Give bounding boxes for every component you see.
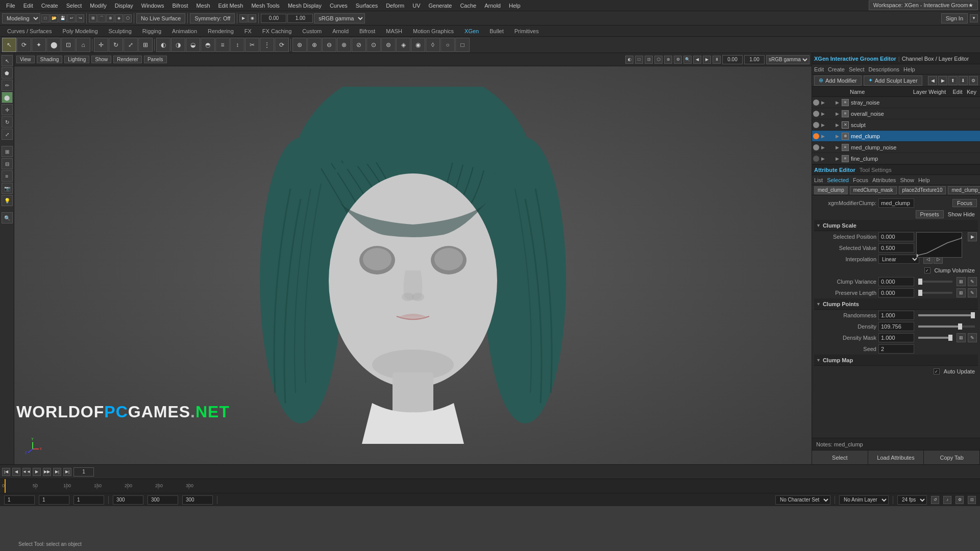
xgen-brush1[interactable]: ⊛	[292, 38, 307, 52]
sign-in-button[interactable]: Sign In	[941, 13, 968, 23]
tab-poly-modeling[interactable]: Poly Modeling	[57, 27, 103, 35]
xgen-brush4[interactable]: ⊗	[337, 38, 351, 52]
select-button[interactable]: Select	[812, 450, 868, 464]
xgen-brush7[interactable]: ⊚	[381, 38, 396, 52]
sculpt-smooth-icon[interactable]: ◒	[186, 38, 200, 52]
menu-generate[interactable]: Generate	[425, 2, 456, 10]
timeline-play-back-icon[interactable]: ◄◄	[22, 468, 31, 476]
menu-curves[interactable]: Curves	[326, 2, 352, 10]
clump-volumize-checkbox[interactable]: ✓	[924, 267, 930, 273]
sidebar-scale-icon[interactable]: ⤢	[2, 129, 13, 140]
density-mask-icon1[interactable]: ⊞	[957, 333, 966, 342]
mode-select[interactable]: Modeling	[2, 13, 40, 23]
seed-field[interactable]	[878, 344, 914, 354]
vp-toolbar-icon8[interactable]: ◀	[693, 56, 701, 64]
menu-modify[interactable]: Modify	[86, 2, 110, 10]
sculpt-twist-icon[interactable]: ⟳	[275, 38, 289, 52]
vp-toolbar-icon9[interactable]: ▶	[703, 56, 711, 64]
clump-variance-icon1[interactable]: ⊞	[957, 277, 966, 286]
sidebar-camera-icon[interactable]: 📷	[2, 183, 13, 194]
menu-file[interactable]: File	[2, 2, 19, 10]
fps-select[interactable]: 24 fps	[897, 495, 927, 505]
move-icon[interactable]: ✛	[94, 38, 108, 52]
sidebar-select-icon[interactable]: ↖	[2, 55, 13, 66]
list-item[interactable]: ▶ ▶ ⊕ med_clump	[812, 131, 980, 142]
xgen-brush3[interactable]: ⊖	[322, 38, 336, 52]
sculpt-relax-icon[interactable]: ◓	[201, 38, 215, 52]
xgen-icon5[interactable]: ⌂	[76, 38, 90, 52]
status-range3[interactable]	[182, 495, 213, 505]
tab-curves-surfaces[interactable]: Curves / Surfaces	[2, 27, 57, 35]
tab-fx[interactable]: FX	[239, 27, 257, 35]
timeline-ruler[interactable]: 0 50 100 150 200 250 300	[0, 479, 980, 493]
xgen-brush2[interactable]: ⊕	[307, 38, 322, 52]
gamma-select[interactable]: sRGB gamma	[314, 13, 365, 23]
timeline-end-icon[interactable]: ▶|	[63, 468, 71, 476]
xgen-icon3[interactable]: ⬤	[46, 38, 61, 52]
vp-toolbar-icon1[interactable]: ◐	[625, 56, 633, 64]
attr-nav-list[interactable]: List	[814, 177, 823, 183]
vp-renderer-btn[interactable]: Renderer	[113, 56, 142, 63]
vp-gamma[interactable]: sRGB gamma	[766, 55, 810, 64]
vp-shading-btn[interactable]: Shading	[37, 56, 63, 63]
xgen-brush10[interactable]: ◊	[426, 38, 440, 52]
list-item[interactable]: ▶ ▶ ≡ overall_noise	[812, 108, 980, 119]
sidebar-lasso-icon[interactable]: ⬟	[2, 67, 13, 79]
xgen-icon4[interactable]: ⊡	[61, 38, 76, 52]
tab-rendering[interactable]: Rendering	[203, 27, 239, 35]
sculpt-comb-icon[interactable]: ≡	[215, 38, 230, 52]
timeline-start-icon[interactable]: |◀	[2, 468, 10, 476]
timeline-next-icon[interactable]: ▶|	[53, 468, 61, 476]
sidebar-list-icon[interactable]: ≡	[2, 170, 13, 182]
ipr-icon[interactable]: ◉	[248, 14, 256, 22]
attr-nav-help[interactable]: Help	[918, 177, 930, 183]
attr-pill-medclump[interactable]: med_clump	[814, 186, 848, 194]
scale-icon[interactable]: ⤢	[124, 38, 138, 52]
randomness-field[interactable]	[878, 311, 914, 320]
vp-toolbar-icon3[interactable]: ⊡	[645, 56, 653, 64]
timeline-prev-icon[interactable]: ◀	[12, 468, 20, 476]
panel-nav-edit[interactable]: Edit	[814, 66, 824, 72]
snap-grid-icon[interactable]: ⊞	[89, 14, 97, 22]
density-field[interactable]	[878, 322, 914, 331]
load-attributes-button[interactable]: Load Attributes	[868, 450, 924, 464]
status-audio-icon[interactable]: ♪	[943, 496, 951, 504]
vp-toolbar-icon4[interactable]: ⬡	[654, 56, 663, 64]
layer-vis-overall[interactable]	[813, 111, 819, 117]
sculpt-lengthen-icon[interactable]: ↕	[230, 38, 244, 52]
selected-position-field[interactable]	[878, 232, 914, 241]
redo-icon[interactable]: ↪	[76, 14, 84, 22]
vp-value2[interactable]	[744, 55, 765, 64]
account-icon[interactable]: ▼	[970, 14, 978, 22]
xgen-brush12[interactable]: □	[455, 38, 470, 52]
tab-fx-caching[interactable]: FX Caching	[257, 27, 297, 35]
panel-settings-icon[interactable]: ⚙	[969, 76, 978, 85]
list-item[interactable]: ▶ ▶ ≡ fine_clump	[812, 153, 980, 164]
preserve-length-field[interactable]	[878, 288, 914, 297]
timeline-play-fwd-icon[interactable]: ▶▶	[43, 468, 51, 476]
transform-icon[interactable]: ⊞	[138, 38, 153, 52]
panel-nav-select[interactable]: Select	[849, 66, 865, 72]
attr-tool-settings[interactable]: Tool Settings	[860, 167, 892, 173]
layer-vis-medclump[interactable]	[813, 133, 819, 139]
clump-points-header[interactable]: ▼ Clump Points	[814, 298, 978, 310]
layer-vis-sculpt[interactable]	[813, 122, 819, 128]
menu-create[interactable]: Create	[37, 2, 62, 10]
status-frame1[interactable]	[4, 495, 35, 505]
menu-mesh-tools[interactable]: Mesh Tools	[247, 2, 283, 10]
focus-button[interactable]: Focus	[952, 199, 977, 207]
clump-map-header[interactable]: ▼ Clump Map	[814, 355, 978, 366]
xgen-icon2[interactable]: ✦	[32, 38, 46, 52]
vp-show-btn[interactable]: Show	[91, 56, 111, 63]
attr-nav-focus[interactable]: Focus	[853, 177, 868, 183]
menu-mesh-display[interactable]: Mesh Display	[284, 2, 326, 10]
tab-sculpting[interactable]: Sculpting	[104, 27, 137, 35]
scene-area[interactable]: X Y Z WORLDOFPCGAMES.NET	[14, 66, 812, 464]
layer-vis-medclumpnoise[interactable]	[813, 144, 819, 151]
sidebar-move-icon[interactable]: ✛	[2, 104, 13, 115]
sculpt-clump-icon[interactable]: ⋮	[260, 38, 274, 52]
add-modifier-button[interactable]: Add Modifier	[814, 76, 862, 86]
menu-surfaces[interactable]: Surfaces	[352, 2, 382, 10]
tab-custom[interactable]: Custom	[297, 27, 327, 35]
preserve-length-icon2[interactable]: ✎	[968, 288, 977, 297]
